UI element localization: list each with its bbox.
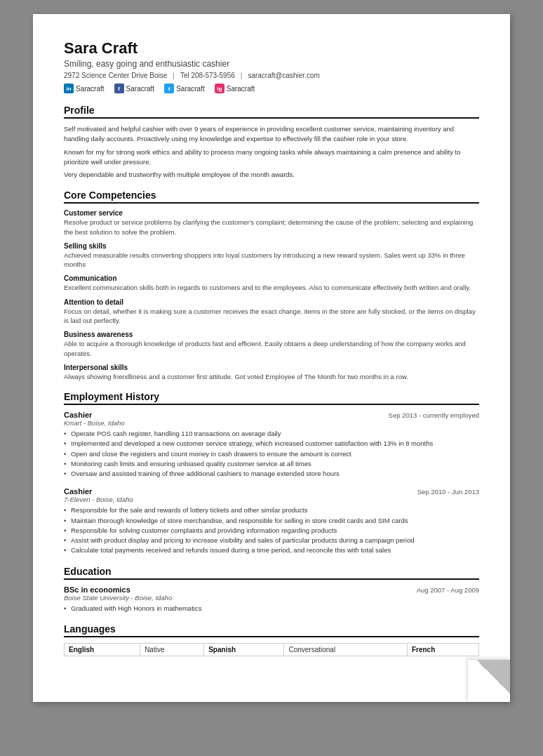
job-title-0: Cashier (64, 411, 92, 419)
job-bullets-1: Responsible for the sale and rewards of … (64, 505, 479, 555)
bullet-0-1: Implemented and developed a new customer… (64, 439, 479, 449)
edu-0: BSc in economics Aug 2007 - Aug 2009 Boi… (64, 585, 479, 614)
social-linkedin[interactable]: in Saracraft (64, 84, 105, 93)
edu-bullets-0: Graduated with High Honors in mathematic… (64, 604, 479, 614)
edu-header-0: BSc in economics Aug 2007 - Aug 2009 (64, 585, 479, 594)
social-facebook[interactable]: f Saracraft (114, 84, 155, 93)
twitter-icon: t (164, 84, 174, 93)
education-title: Education (64, 566, 479, 580)
facebook-icon: f (114, 84, 124, 93)
contact-line: 2972 Science Center Drive Boise | Tel 20… (64, 72, 479, 79)
competency-interpersonal-skills: Interpersonal skills Always showing frie… (64, 364, 479, 381)
edu-degree-0: BSc in economics (64, 585, 130, 594)
page-wrapper: Sara Craft Smiling, easy going and enthu… (0, 0, 543, 756)
languages-row: English Native Spanish Conversational Fr… (65, 643, 479, 656)
core-competencies-section: Core Competencies Customer service Resol… (64, 190, 479, 381)
bullet-1-2: Responsible for solving customer complai… (64, 526, 479, 536)
profile-section-title: Profile (64, 105, 479, 119)
facebook-handle: Saracraft (126, 85, 155, 93)
competency-attention-to-detail: Attention to detail Focus on detail, whe… (64, 298, 479, 326)
page-number: 2/2 (486, 684, 496, 692)
job-company-1: 7-Eleven - Boise, Idaho (64, 496, 479, 503)
profile-section: Profile Self motivated and helpful cashi… (64, 105, 479, 180)
social-instagram[interactable]: ig Saracraft (215, 84, 255, 93)
core-competencies-title: Core Competencies (64, 190, 479, 204)
bullet-0-2: Open and close the registers and count m… (64, 449, 479, 459)
competency-desc-4: Able to acquire a thorough knowledge of … (64, 339, 479, 358)
header: Sara Craft Smiling, easy going and enthu… (64, 39, 479, 93)
instagram-handle: Saracraft (227, 85, 255, 93)
job-title-1: Cashier (64, 487, 92, 496)
job-dates-0: Sep 2013 - currently employed (389, 411, 479, 419)
social-line: in Saracraft f Saracraft t Saracraft ig … (64, 84, 479, 93)
competency-desc-3: Focus on detail, whether it is making su… (64, 307, 479, 326)
lang-level-0: Native (140, 643, 204, 656)
competency-desc-2: Excellent communication skills both in r… (64, 283, 479, 292)
employment-history-title: Employment History (64, 391, 479, 405)
education-section: Education BSc in economics Aug 2007 - Au… (64, 566, 479, 614)
competency-communication: Communication Excellent communication sk… (64, 274, 479, 292)
competency-name-1: Selling skills (64, 242, 479, 250)
job-header-0: Cashier Sep 2013 - currently employed (64, 411, 479, 419)
competency-desc-5: Always showing friendliness and a custom… (64, 372, 479, 381)
bullet-0-3: Monitoring cash limits and ensuring unbi… (64, 459, 479, 469)
edu-bullet-0-0: Graduated with High Honors in mathematic… (64, 604, 479, 614)
address: 2972 Science Center Drive Boise (64, 72, 167, 79)
languages-title: Languages (64, 623, 479, 637)
linkedin-icon: in (64, 84, 74, 93)
competency-selling-skills: Selling skills Achieved measurable resul… (64, 242, 479, 270)
job-header-1: Cashier Sep 2010 - Jun 2013 (64, 487, 479, 496)
bullet-1-4: Calculate total payments received and re… (64, 545, 479, 555)
candidate-name: Sara Craft (64, 39, 479, 58)
bullet-1-3: Assist with product display and pricing … (64, 536, 479, 545)
job-company-0: Kmart - Boise, Idaho (64, 419, 479, 427)
profile-para-2: Known for my for strong work ethics and … (64, 147, 479, 168)
twitter-handle: Saracraft (176, 85, 205, 93)
languages-section: Languages English Native Spanish Convers… (64, 623, 479, 656)
competency-business-awareness: Business awareness Able to acquire a tho… (64, 331, 479, 358)
competency-customer-service: Customer service Resolve product or serv… (64, 209, 479, 237)
email: saracraft@cashier.com (248, 72, 319, 79)
lang-name-0: English (65, 643, 140, 656)
competency-desc-1: Achieved measurable results converting s… (64, 251, 479, 270)
profile-para-1: Self motivated and helpful cashier with … (64, 124, 479, 145)
employment-history-section: Employment History Cashier Sep 2013 - cu… (64, 391, 479, 556)
candidate-subtitle: Smiling, easy going and enthusiastic cas… (64, 59, 479, 69)
bullet-1-1: Maintain thorough knowledge of store mer… (64, 516, 479, 526)
job-dates-1: Sep 2010 - Jun 2013 (417, 488, 479, 496)
lang-level-1: Conversational (284, 643, 408, 656)
bullet-0-0: Operate POS cash register, handling 110 … (64, 429, 479, 439)
edu-school-0: Boise State University - Boise, Idaho (64, 594, 479, 602)
languages-table: English Native Spanish Conversational Fr… (64, 643, 479, 656)
edu-dates-0: Aug 2007 - Aug 2009 (417, 586, 479, 594)
competency-name-0: Customer service (64, 209, 479, 217)
profile-para-3: Very dependable and trustworthy with mul… (64, 170, 479, 180)
competency-name-5: Interpersonal skills (64, 364, 479, 371)
job-0: Cashier Sep 2013 - currently employed Km… (64, 411, 479, 479)
lang-name-2: French (407, 643, 478, 656)
phone: Tel 208-573-5956 (180, 72, 235, 79)
instagram-icon: ig (215, 84, 224, 93)
job-1: Cashier Sep 2010 - Jun 2013 7-Eleven - B… (64, 487, 479, 555)
social-twitter[interactable]: t Saracraft (164, 84, 205, 93)
bullet-1-0: Responsible for the sale and rewards of … (64, 505, 479, 515)
competency-desc-0: Resolve product or service problems by c… (64, 218, 479, 237)
resume-page: Sara Craft Smiling, easy going and enthu… (33, 14, 510, 702)
linkedin-handle: Saracraft (76, 85, 105, 93)
job-bullets-0: Operate POS cash register, handling 110 … (64, 429, 479, 479)
competency-name-3: Attention to detail (64, 298, 479, 306)
competency-name-4: Business awareness (64, 331, 479, 338)
bullet-0-4: Oversaw and assisted training of three a… (64, 469, 479, 479)
lang-name-1: Spanish (204, 643, 284, 656)
competency-name-2: Communication (64, 274, 479, 282)
